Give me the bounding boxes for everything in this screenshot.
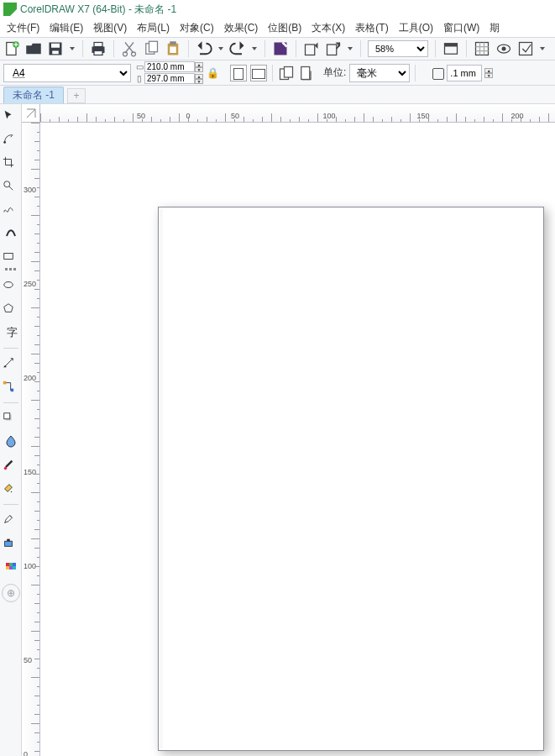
fullscreen-button[interactable] (442, 40, 459, 57)
interactive-fill-tool[interactable] (2, 479, 20, 497)
apply-all-pages-button[interactable] (278, 65, 295, 81)
unit-label: 单位: (323, 66, 346, 80)
orientation-landscape-button[interactable] (250, 65, 267, 81)
menu-extra[interactable]: 期 (484, 19, 505, 37)
nudge-spinner[interactable]: ▲▼ (484, 68, 493, 78)
ruler-origin[interactable] (22, 104, 40, 123)
dimension-tool[interactable] (2, 354, 20, 372)
svg-point-27 (3, 141, 6, 144)
menu-text[interactable]: 文本(X) (306, 19, 350, 37)
app-title: CorelDRAW X7 (64-Bit) - 未命名 -1 (20, 3, 176, 17)
open-button[interactable] (25, 40, 42, 57)
svg-marker-31 (3, 304, 13, 312)
zoom-tool[interactable] (2, 176, 20, 195)
undo-button[interactable] (196, 40, 212, 57)
fill-tool[interactable] (2, 533, 20, 552)
snap-button[interactable] (474, 40, 490, 57)
svg-rect-19 (445, 44, 458, 47)
svg-rect-6 (94, 43, 102, 47)
document-tabstrip: 未命名 -1 + (0, 86, 555, 104)
color-eyedropper-tool[interactable] (2, 455, 20, 474)
menu-file[interactable]: 文件(F) (2, 19, 45, 37)
copy-button[interactable] (143, 40, 160, 57)
redo-button[interactable] (229, 40, 246, 57)
add-document-tab-button[interactable]: + (67, 88, 86, 103)
page-height-icon: ▯ (134, 74, 144, 83)
nudge-icon (431, 66, 444, 80)
undo-dropdown[interactable] (217, 40, 224, 57)
menu-view[interactable]: 视图(V) (88, 19, 132, 37)
svg-rect-35 (10, 389, 13, 392)
svg-rect-39 (4, 541, 12, 546)
svg-rect-44 (6, 566, 9, 570)
cut-button[interactable] (121, 40, 138, 57)
svg-rect-13 (170, 41, 176, 45)
menu-object[interactable]: 对象(C) (175, 19, 219, 37)
document-page[interactable] (158, 207, 544, 751)
nudge-input[interactable] (447, 65, 482, 81)
horizontal-ruler[interactable]: 50050100150200 (40, 104, 555, 123)
save-dropdown[interactable] (69, 40, 76, 57)
hruler-label: 100 (322, 112, 335, 120)
svg-rect-11 (149, 41, 158, 52)
paper-size-select[interactable]: A4 (3, 64, 131, 82)
print-button[interactable] (90, 40, 107, 57)
document-tab-active[interactable]: 未命名 -1 (3, 87, 64, 103)
menu-effect[interactable]: 效果(C) (219, 19, 264, 37)
freehand-tool[interactable] (2, 200, 20, 218)
menu-window[interactable]: 窗口(W) (438, 19, 484, 37)
ellipse-tool[interactable] (2, 276, 20, 294)
import-button[interactable] (303, 40, 320, 57)
orientation-portrait-button[interactable] (230, 65, 247, 81)
pick-tool[interactable] (2, 106, 20, 124)
page-height-spinner[interactable]: ▲▼ (195, 74, 203, 84)
page-width-spinner[interactable]: ▲▼ (195, 62, 203, 72)
apply-current-page-button[interactable] (298, 65, 315, 81)
export-button[interactable] (325, 40, 342, 57)
redo-dropdown[interactable] (251, 40, 258, 57)
canvas-area[interactable] (40, 123, 555, 756)
menu-tools[interactable]: 工具(O) (394, 19, 438, 37)
vruler-label: 150 (24, 468, 36, 476)
svg-rect-23 (520, 43, 532, 55)
page-width-input[interactable] (144, 61, 195, 72)
crop-tool[interactable] (2, 153, 20, 171)
rectangle-tool[interactable] (2, 247, 20, 265)
outline-pen-tool[interactable] (2, 510, 20, 528)
svg-rect-4 (52, 51, 59, 55)
polygon-tool[interactable] (2, 299, 20, 318)
svg-rect-33 (3, 366, 6, 368)
connector-tool[interactable] (2, 377, 20, 396)
smart-fill-tool[interactable] (2, 557, 20, 575)
svg-rect-29 (3, 254, 13, 260)
search-button[interactable] (272, 40, 289, 57)
artistic-media-tool[interactable] (2, 223, 20, 242)
menu-bitmap[interactable]: 位图(B) (263, 19, 306, 37)
save-button[interactable] (47, 40, 64, 57)
export-dropdown[interactable] (347, 40, 353, 57)
drop-shadow-tool[interactable] (2, 408, 20, 427)
menubar: 文件(F) 编辑(E) 视图(V) 布局(L) 对象(C) 效果(C) 位图(B… (0, 18, 555, 37)
new-button[interactable] (3, 40, 20, 57)
text-tool[interactable]: 字 (2, 323, 20, 341)
menu-edit[interactable]: 编辑(E) (45, 19, 88, 37)
launch-dropdown[interactable] (539, 40, 546, 57)
zoom-select[interactable]: 58% (368, 40, 428, 57)
menu-layout[interactable]: 布局(L) (132, 19, 175, 37)
svg-point-30 (3, 282, 13, 288)
svg-rect-17 (327, 45, 337, 55)
paste-button[interactable] (165, 40, 181, 57)
shape-tool[interactable] (2, 129, 20, 148)
vertical-ruler[interactable]: 300250200150100500 (22, 123, 40, 756)
tool-expand-button[interactable]: ⊕ (2, 584, 20, 602)
page-height-input[interactable] (144, 73, 195, 84)
menu-table[interactable]: 表格(T) (350, 19, 393, 37)
launch-button[interactable] (517, 40, 534, 57)
lock-aspect-icon[interactable]: 🔒 (208, 67, 217, 79)
show-button[interactable] (495, 40, 512, 57)
unit-select[interactable]: 毫米 (349, 64, 410, 82)
transparency-tool[interactable] (2, 432, 20, 450)
svg-rect-42 (9, 563, 13, 566)
svg-point-38 (3, 467, 7, 470)
vruler-label: 300 (24, 186, 36, 194)
